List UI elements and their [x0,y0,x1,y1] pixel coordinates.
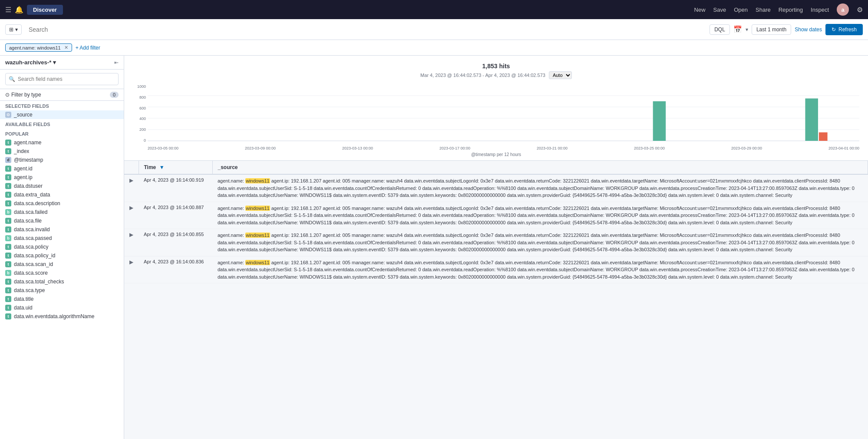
open-link[interactable]: Open [734,7,748,13]
results-table: Time ▼ _source ▶Apr 4, 2023 @ 16:14:00.9… [124,161,868,283]
field-item[interactable]: tdata.sca.description [0,199,124,208]
search-fields-section: 🔍 [0,70,124,89]
field-list: tagent.namet_indexd@timestamptagent.idta… [0,138,124,321]
field-item[interactable]: bdata.sca.passed [0,234,124,243]
y-tick-400: 400 [139,116,146,121]
field-name-label: data.sca.description [14,200,60,206]
field-name-label: data.sca.policy_id [14,253,55,259]
field-name-label: data.sca.failed [14,209,47,215]
field-type-icon: t [5,296,11,302]
field-name-label: data.title [14,296,33,302]
share-link[interactable]: Share [756,7,771,13]
inspect-link[interactable]: Inspect [811,7,829,13]
filter-tag[interactable]: agent.name: windows11 ✕ [5,43,72,52]
content-area: 1,853 hits Mar 4, 2023 @ 16:44:02.573 - … [124,56,868,439]
sidebar-header: wazuh-archives-* ▾ ⇤ [0,56,124,70]
expand-row-button[interactable]: ▶ [129,232,133,238]
save-link[interactable]: Save [713,7,726,13]
show-dates-button[interactable]: Show dates [795,27,822,33]
field-item[interactable]: tdata.sca.file [0,216,124,225]
field-name-label: data.sca.invalid [14,226,50,233]
field-item[interactable]: tagent.name [0,138,124,147]
top-nav-right: New Save Open Share Reporting Inspect a … [694,3,863,16]
table-header-time[interactable]: Time ▼ [139,161,212,174]
field-name-label: data.sca.total_checks [14,279,64,285]
field-item[interactable]: d@timestamp [0,156,124,164]
field-type-icon: b [5,209,11,215]
field-name-label: data.sca.score [14,270,48,276]
field-item[interactable]: tdata.sca.policy [0,243,124,251]
field-item[interactable]: tdata.sca.policy_id [0,251,124,260]
time-cell: Apr 4, 2023 @ 16:14:00.887 [139,202,212,229]
field-item[interactable]: tdata.dstuser [0,182,124,190]
reporting-link[interactable]: Reporting [779,7,803,13]
index-selector[interactable]: ⊞ ▾ [5,24,22,35]
sidebar-collapse-button[interactable]: ⇤ [114,60,119,66]
table-row: ▶Apr 4, 2023 @ 16:14:00.919agent.name: w… [124,174,868,202]
field-item[interactable]: tagent.id [0,164,124,173]
table-body: ▶Apr 4, 2023 @ 16:14:00.919agent.name: w… [124,174,868,283]
time-range-picker[interactable]: Last 1 month [752,24,791,35]
y-tick-1000: 1000 [137,84,146,89]
field-item[interactable]: tagent.ip [0,173,124,182]
field-item[interactable]: tdata.extra_data [0,190,124,199]
calendar-icon[interactable]: 📅 [733,25,742,33]
add-filter-button[interactable]: + Add filter [76,45,100,51]
field-item[interactable]: bdata.sca.failed [0,208,124,216]
field-item[interactable]: tdata.title [0,295,124,303]
field-item[interactable]: tdata.sca.type [0,286,124,295]
dql-button[interactable]: DQL [710,24,730,35]
table-row: ▶Apr 4, 2023 @ 16:14:00.855agent.name: w… [124,229,868,256]
expand-row-button[interactable]: ▶ [129,177,133,183]
field-item[interactable]: tdata.uid [0,303,124,312]
hamburger-icon[interactable]: ☰ [5,6,11,14]
index-pattern[interactable]: wazuh-archives-* ▾ [5,59,56,66]
table-row: ▶Apr 4, 2023 @ 16:14:00.836agent.name: w… [124,256,868,283]
field-item[interactable]: tdata.sca.invalid [0,225,124,234]
field-name-label: data.sca.passed [14,235,52,241]
field-item[interactable]: tdata.sca.total_checks [0,277,124,286]
field-item[interactable]: t_index [0,147,124,156]
field-name-label: agent.ip [14,174,33,180]
chart-interval-select[interactable]: Auto [549,71,572,79]
search-fields-input[interactable] [5,73,119,85]
search-input[interactable] [25,24,706,35]
source-cell: agent.name: windows11 agent.ip: 192.168.… [212,174,868,202]
field-type-icon: t [5,305,11,311]
field-item[interactable]: bdata.sca.score [0,269,124,277]
x-tick-3: 2023-03-13 00:00 [342,146,373,150]
filter-type-button[interactable]: ⊙ Filter by type [5,92,41,98]
top-nav: ☰ 🔔 Discover New Save Open Share Reporti… [0,0,868,19]
discover-tab[interactable]: Discover [27,5,63,15]
field-type-icon: t [5,244,11,250]
sidebar: wazuh-archives-* ▾ ⇤ 🔍 ⊙ Filter by type … [0,56,124,439]
chart-svg [148,84,859,145]
field-name-label: data.sca.policy [14,244,48,250]
field-type-icon: d [5,157,11,163]
field-type-icon: t [5,200,11,206]
main-layout: wazuh-archives-* ▾ ⇤ 🔍 ⊙ Filter by type … [0,56,868,439]
x-tick-8: 2023-04-01 00:00 [828,146,859,150]
field-item-source[interactable]: ⊙ _source [0,110,124,119]
filter-type-icon: ⊙ [5,92,10,98]
expand-row-button[interactable]: ▶ [129,259,133,265]
field-name-label: agent.name [14,140,41,146]
filter-remove-button[interactable]: ✕ [64,45,68,50]
bell-icon[interactable]: 🔔 [15,6,23,14]
field-name-label: agent.id [14,166,33,172]
field-item[interactable]: tdata.win.eventdata.algorithmName [0,312,124,321]
calendar-down-icon[interactable]: ▾ [746,27,748,33]
field-type-icon: b [5,270,11,276]
field-item[interactable]: tdata.sca.scan_id [0,260,124,269]
filter-type-row: ⊙ Filter by type 0 [0,89,124,101]
settings-icon[interactable]: ⚙ [857,6,863,14]
field-name: _source [14,112,33,118]
field-type-icon: t [5,279,11,285]
field-type-icon: t [5,148,11,154]
expand-row-button[interactable]: ▶ [129,205,133,211]
field-name-label: _index [14,148,29,154]
time-cell: Apr 4, 2023 @ 16:14:00.855 [139,229,212,256]
new-link[interactable]: New [694,7,706,13]
avatar[interactable]: a [837,3,849,16]
refresh-button[interactable]: ↻ Refresh [825,24,863,35]
